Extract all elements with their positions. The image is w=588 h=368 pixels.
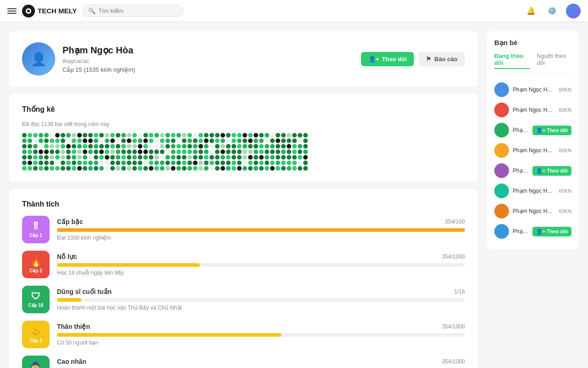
- activity-dot: [39, 155, 43, 160]
- activity-col: [243, 133, 247, 171]
- friends-title: Bạn bè: [494, 39, 571, 47]
- activity-col: [55, 133, 60, 171]
- activity-dot: [154, 144, 159, 149]
- activity-dot: [88, 133, 93, 138]
- activity-dot: [226, 138, 231, 143]
- activity-dot: [66, 166, 71, 171]
- activity-dot: [276, 138, 280, 143]
- activity-dot: [127, 155, 131, 160]
- activity-dot: [127, 144, 131, 149]
- activity-dot: [121, 155, 126, 160]
- activity-dot: [182, 166, 187, 171]
- activity-dot: [88, 150, 93, 154]
- settings-button[interactable]: ⚙️: [545, 4, 560, 18]
- stats-subtitle: Đã đọc 1136 bài viết trong năm nay: [22, 121, 465, 127]
- friend-item: Phạm Ngọc H... 60KN: [494, 181, 571, 201]
- activity-dot: [298, 138, 302, 143]
- activity-dot: [72, 166, 76, 171]
- activity-dot: [143, 133, 148, 138]
- activity-dot: [303, 166, 308, 171]
- activity-dot: [182, 133, 187, 138]
- activity-dot: [226, 155, 231, 160]
- activity-dot: [243, 155, 247, 160]
- achievement-name: Dũng sĩ cuối tuần: [57, 288, 112, 295]
- report-button[interactable]: ⚑ Báo cáo: [418, 52, 465, 66]
- friend-name: Phạm Ngọc H...: [513, 188, 555, 194]
- activity-dot: [220, 155, 225, 160]
- achievement-desc: Có 50 người bạn: [57, 339, 465, 346]
- activity-dot: [50, 138, 54, 143]
- activity-dot: [303, 144, 308, 149]
- achievement-name: Cấp bậc: [57, 218, 83, 225]
- friend-follow-button[interactable]: 👤+ Theo dõi: [532, 166, 571, 176]
- friend-avatar: [494, 82, 509, 97]
- activity-col: [165, 133, 170, 171]
- activity-dot: [154, 133, 159, 138]
- activity-dot: [171, 161, 175, 165]
- friend-avatar: [494, 204, 509, 218]
- activity-dot: [171, 150, 175, 154]
- activity-dot: [72, 133, 76, 138]
- activity-dot: [138, 161, 142, 165]
- activity-dot: [154, 138, 159, 143]
- activity-dot: [270, 144, 275, 149]
- activity-dot: [22, 138, 27, 143]
- activity-dot: [105, 150, 109, 154]
- activity-dot: [105, 166, 109, 171]
- activity-dot: [204, 133, 209, 138]
- activity-dot: [226, 133, 231, 138]
- stats-section: Thống kê Đã đọc 1136 bài viết trong năm …: [9, 94, 478, 182]
- search-input[interactable]: [98, 7, 177, 14]
- tab-following[interactable]: Đang theo dõi: [494, 52, 530, 69]
- activity-dot: [121, 161, 126, 165]
- activity-dot: [232, 138, 236, 143]
- activity-dot: [298, 144, 302, 149]
- activity-dot: [259, 144, 264, 149]
- activity-dot: [265, 155, 269, 160]
- achievement-header: Cao nhân 354/1000: [57, 358, 465, 365]
- activity-dot: [259, 138, 264, 143]
- friend-follow-button[interactable]: 👤+ Theo dõi: [532, 227, 571, 236]
- activity-dot: [160, 166, 164, 171]
- activity-col: [298, 133, 302, 171]
- activity-col: [66, 133, 71, 171]
- notification-button[interactable]: 🔔: [524, 4, 538, 18]
- activity-dot: [44, 133, 49, 138]
- activity-dot: [176, 161, 181, 165]
- activity-dot: [287, 161, 291, 165]
- activity-col: [176, 133, 181, 171]
- achievement-desc: Đạt 1000 kinh nghiệm: [57, 235, 465, 241]
- badge-level: Cấp 2: [29, 268, 42, 273]
- follow-button[interactable]: 👤+ Theo dõi: [361, 52, 414, 66]
- tab-followers[interactable]: Người theo dõi: [537, 52, 571, 69]
- activity-dot: [28, 144, 32, 149]
- activity-dot: [276, 166, 280, 171]
- activity-dot: [292, 144, 297, 149]
- activity-dot: [259, 150, 264, 154]
- activity-dot: [165, 133, 170, 138]
- activity-col: [259, 133, 264, 171]
- activity-dot: [176, 150, 181, 154]
- activity-dot: [77, 155, 82, 160]
- hamburger-menu[interactable]: [7, 6, 17, 16]
- achievement-name: Nỗ lực: [57, 253, 77, 260]
- activity-dot: [193, 166, 198, 171]
- activity-dot: [110, 166, 115, 171]
- achievement-item: 🛡 Cấp 16 Dũng sĩ cuối tuần 1/16 Hoàn thà…: [22, 286, 465, 313]
- user-avatar-nav[interactable]: [566, 4, 581, 18]
- activity-col: [215, 133, 220, 171]
- achievement-score: 354/1000: [442, 323, 465, 330]
- activity-col: [171, 133, 175, 171]
- activity-dot: [110, 161, 115, 165]
- friend-follow-button[interactable]: 👤+ Theo dõi: [532, 126, 571, 135]
- activity-dot: [94, 138, 98, 143]
- search-box[interactable]: 🔍: [82, 5, 183, 17]
- activity-dot: [61, 166, 65, 171]
- activity-dot: [182, 144, 187, 149]
- activity-dot: [226, 144, 231, 149]
- activity-dot: [116, 138, 120, 143]
- activity-dot: [110, 150, 115, 154]
- activity-dot: [77, 166, 82, 171]
- logo[interactable]: TECH MELY: [22, 5, 77, 17]
- activity-dot: [99, 138, 104, 143]
